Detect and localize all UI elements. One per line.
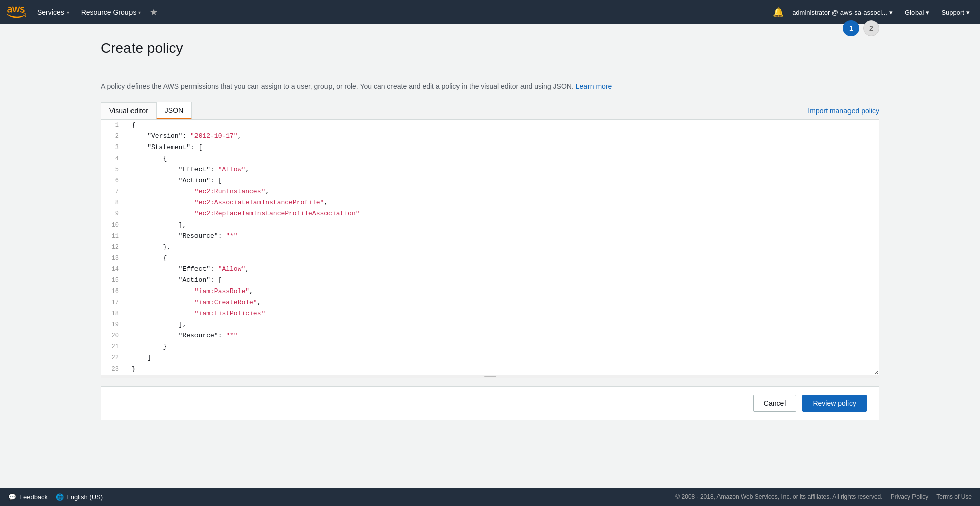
feedback-link[interactable]: 💬 Feedback (8, 493, 48, 501)
bottom-panel: Cancel Review policy (101, 386, 879, 420)
step-1-circle: 1 (843, 20, 859, 36)
aws-logo[interactable] (6, 5, 26, 19)
services-chevron-icon: ▾ (67, 10, 69, 15)
step-2-circle: 2 (863, 20, 879, 36)
notifications-icon[interactable]: 🔔 (773, 7, 784, 18)
code-line: 7 "ec2:RunInstances", (101, 186, 879, 197)
nav-left: Services ▾ Resource Groups ▾ ★ (32, 6, 158, 18)
code-line: 3 "Statement": [ (101, 142, 879, 153)
json-editor[interactable]: 1{2 "Version": "2012-10-17",3 "Statement… (101, 120, 879, 375)
nav-right: 🔔 administrator @ aws-sa-associ... ▾ Glo… (773, 7, 974, 18)
code-line: 15 "Action": [ (101, 275, 879, 286)
privacy-policy-link[interactable]: Privacy Policy (891, 493, 929, 500)
code-line: 5 "Effect": "Allow", (101, 164, 879, 175)
code-line: 16 "iam:PassRole", (101, 286, 879, 297)
code-line: 20 "Resource": "*" (101, 330, 879, 341)
code-line: 9 "ec2:ReplaceIamInstanceProfileAssociat… (101, 208, 879, 220)
code-line: 23} (101, 364, 879, 375)
code-line: 21 } (101, 341, 879, 352)
tab-visual-editor[interactable]: Visual editor (101, 102, 157, 119)
nav-account[interactable]: administrator @ aws-sa-associ... ▾ (788, 7, 897, 18)
code-line: 10 ], (101, 220, 879, 231)
nav-services[interactable]: Services ▾ (32, 6, 74, 18)
review-policy-button[interactable]: Review policy (802, 395, 867, 412)
top-navigation: Services ▾ Resource Groups ▾ ★ 🔔 adminis… (0, 0, 980, 24)
cancel-button[interactable]: Cancel (753, 395, 797, 412)
resource-groups-chevron-icon: ▾ (138, 10, 141, 15)
footer: 💬 Feedback 🌐 English (US) © 2008 - 2018,… (0, 488, 980, 506)
step-indicator: 1 2 (843, 20, 879, 36)
main-content: Create policy 1 2 A policy defines the A… (0, 24, 980, 488)
import-managed-policy-link[interactable]: Import managed policy (808, 107, 879, 115)
code-line: 17 "iam:CreateRole", (101, 297, 879, 308)
globe-icon: 🌐 (56, 493, 64, 501)
page-title: Create policy (101, 40, 183, 56)
account-chevron-icon: ▾ (889, 9, 893, 16)
nav-resource-groups[interactable]: Resource Groups ▾ (76, 6, 146, 18)
code-line: 11 "Resource": "*" (101, 231, 879, 242)
code-line: 13 { (101, 253, 879, 264)
feedback-icon: 💬 (8, 493, 16, 501)
learn-more-link[interactable]: Learn more (576, 82, 612, 90)
code-line: 19 ], (101, 319, 879, 330)
support-chevron-icon: ▾ (966, 9, 970, 16)
code-line: 1{ (101, 120, 879, 131)
code-line: 6 "Action": [ (101, 175, 879, 186)
region-chevron-icon: ▾ (926, 9, 929, 16)
language-selector[interactable]: 🌐 English (US) (56, 493, 103, 501)
tab-json[interactable]: JSON (156, 102, 192, 119)
code-line: 14 "Effect": "Allow", (101, 264, 879, 275)
nav-support[interactable]: Support ▾ (937, 7, 974, 18)
tabs-row: Visual editor JSON Import managed policy (101, 102, 879, 120)
nav-region[interactable]: Global ▾ (901, 7, 934, 18)
bookmarks-icon[interactable]: ★ (150, 7, 158, 18)
footer-left: 💬 Feedback 🌐 English (US) (8, 493, 103, 501)
footer-right: © 2008 - 2018, Amazon Web Services, Inc.… (675, 493, 972, 500)
resize-handle[interactable] (101, 375, 879, 378)
code-line: 18 "iam:ListPolicies" (101, 308, 879, 319)
code-line: 2 "Version": "2012-10-17", (101, 131, 879, 142)
code-line: 12 }, (101, 242, 879, 253)
code-line: 22 ] (101, 352, 879, 364)
terms-of-use-link[interactable]: Terms of Use (936, 493, 972, 500)
code-line: 8 "ec2:AssociateIamInstanceProfile", (101, 197, 879, 208)
description-text: A policy defines the AWS permissions tha… (101, 81, 879, 92)
code-line: 4 { (101, 153, 879, 164)
header-divider (101, 73, 879, 73)
